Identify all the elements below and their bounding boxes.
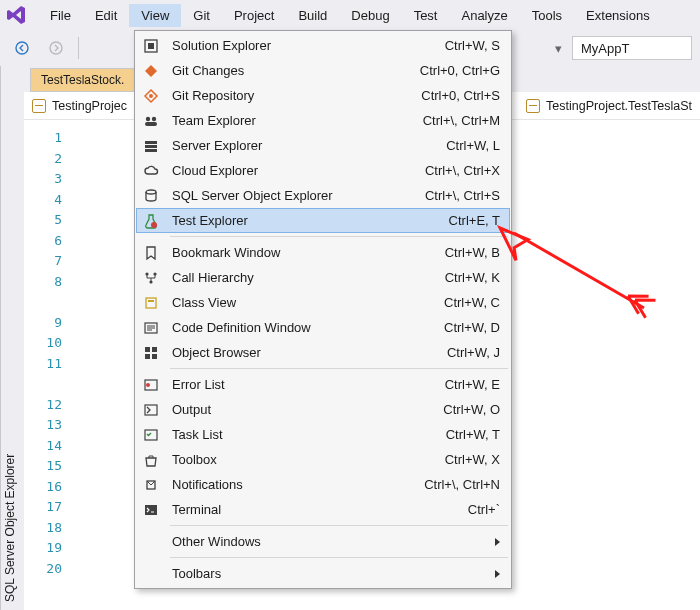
menu-item-label: Cloud Explorer xyxy=(172,163,425,178)
line-gutter: 1234567891011121314151617181920 xyxy=(24,120,72,610)
menu-item-server-explorer[interactable]: Server ExplorerCtrl+W, L xyxy=(136,133,510,158)
menu-item-solution-explorer[interactable]: Solution ExplorerCtrl+W, S xyxy=(136,33,510,58)
git-changes-icon xyxy=(140,62,162,80)
menu-item-test-explorer[interactable]: Test ExplorerCtrl+E, T xyxy=(136,208,510,233)
nav-fwd-button[interactable] xyxy=(42,34,70,62)
menubar: FileEditViewGitProjectBuildDebugTestAnal… xyxy=(0,0,700,30)
menu-item-other-windows[interactable]: Other Windows xyxy=(136,529,510,554)
menubar-item-project[interactable]: Project xyxy=(222,4,286,27)
menu-item-toolbox[interactable]: ToolboxCtrl+W, X xyxy=(136,447,510,472)
server-icon xyxy=(140,137,162,155)
dropdown-caret-icon[interactable]: ▾ xyxy=(555,41,562,56)
menubar-item-edit[interactable]: Edit xyxy=(83,4,129,27)
menu-item-git-changes[interactable]: Git ChangesCtrl+0, Ctrl+G xyxy=(136,58,510,83)
menu-item-shortcut: Ctrl+W, O xyxy=(443,402,500,417)
menubar-item-analyze[interactable]: Analyze xyxy=(449,4,519,27)
line-number: 8 xyxy=(24,272,62,293)
menubar-item-tools[interactable]: Tools xyxy=(520,4,574,27)
line-number: 17 xyxy=(24,497,62,518)
menu-item-output[interactable]: OutputCtrl+W, O xyxy=(136,397,510,422)
nav-scope-right[interactable]: TestingProject.TestTeslaSt xyxy=(526,99,692,113)
menu-item-terminal[interactable]: TerminalCtrl+` xyxy=(136,497,510,522)
menu-separator xyxy=(170,236,508,237)
menu-item-shortcut: Ctrl+0, Ctrl+G xyxy=(420,63,500,78)
nav-scope-left-label: TestingProjec xyxy=(52,99,127,113)
menu-item-label: Other Windows xyxy=(172,534,495,549)
menu-item-label: Team Explorer xyxy=(172,113,423,128)
menu-item-label: Solution Explorer xyxy=(172,38,445,53)
menu-item-label: Bookmark Window xyxy=(172,245,445,260)
line-number: 20 xyxy=(24,559,62,580)
output-icon xyxy=(140,401,162,419)
csharp-project-icon xyxy=(32,99,46,113)
svg-rect-16 xyxy=(146,298,156,308)
svg-rect-3 xyxy=(148,43,154,49)
cloud-icon xyxy=(140,162,162,180)
menubar-item-debug[interactable]: Debug xyxy=(339,4,401,27)
svg-rect-25 xyxy=(145,405,157,415)
menu-item-label: Test Explorer xyxy=(172,213,449,228)
svg-rect-20 xyxy=(152,347,157,352)
solution-icon xyxy=(140,37,162,55)
line-number: 3 xyxy=(24,169,62,190)
menu-item-notifications[interactable]: NotificationsCtrl+\, Ctrl+N xyxy=(136,472,510,497)
menu-item-shortcut: Ctrl+0, Ctrl+S xyxy=(421,88,500,103)
git-repo-icon xyxy=(140,87,162,105)
menubar-item-git[interactable]: Git xyxy=(181,4,222,27)
task-list-icon xyxy=(140,426,162,444)
line-number: 18 xyxy=(24,518,62,539)
line-number: 15 xyxy=(24,456,62,477)
svg-point-12 xyxy=(151,222,157,228)
nav-scope-left[interactable]: TestingProjec xyxy=(32,99,127,113)
menubar-item-test[interactable]: Test xyxy=(402,4,450,27)
line-number: 14 xyxy=(24,436,62,457)
svg-rect-28 xyxy=(145,505,157,515)
obj-browser-icon xyxy=(140,344,162,362)
menubar-item-view[interactable]: View xyxy=(129,4,181,27)
csharp-class-icon xyxy=(526,99,540,113)
svg-point-0 xyxy=(16,42,28,54)
menu-item-object-browser[interactable]: Object BrowserCtrl+W, J xyxy=(136,340,510,365)
menu-item-label: Error List xyxy=(172,377,445,392)
menu-item-error-list[interactable]: Error ListCtrl+W, E xyxy=(136,372,510,397)
svg-point-4 xyxy=(149,94,153,98)
menu-item-shortcut: Ctrl+W, L xyxy=(446,138,500,153)
file-tab[interactable]: TestTeslaStock. xyxy=(30,68,135,92)
menu-item-git-repository[interactable]: Git RepositoryCtrl+0, Ctrl+S xyxy=(136,83,510,108)
menu-item-shortcut: Ctrl+W, J xyxy=(447,345,500,360)
call-hier-icon xyxy=(140,269,162,287)
menu-item-class-view[interactable]: Class ViewCtrl+W, C xyxy=(136,290,510,315)
svg-point-24 xyxy=(146,383,150,387)
menu-item-code-definition-window[interactable]: Code Definition WindowCtrl+W, D xyxy=(136,315,510,340)
menu-item-shortcut: Ctrl+W, T xyxy=(446,427,500,442)
menu-item-cloud-explorer[interactable]: Cloud ExplorerCtrl+\, Ctrl+X xyxy=(136,158,510,183)
svg-point-1 xyxy=(50,42,62,54)
line-number: 10 xyxy=(24,333,62,354)
menubar-item-extensions[interactable]: Extensions xyxy=(574,4,662,27)
menubar-item-build[interactable]: Build xyxy=(286,4,339,27)
menu-item-shortcut: Ctrl+\, Ctrl+S xyxy=(425,188,500,203)
menubar-item-file[interactable]: File xyxy=(38,4,83,27)
project-selector[interactable]: MyAppT xyxy=(572,36,692,60)
nav-back-button[interactable] xyxy=(8,34,36,62)
line-number: 19 xyxy=(24,538,62,559)
team-icon xyxy=(140,112,162,130)
menu-item-task-list[interactable]: Task ListCtrl+W, T xyxy=(136,422,510,447)
menu-item-shortcut: Ctrl+W, X xyxy=(445,452,500,467)
menu-item-label: Task List xyxy=(172,427,446,442)
line-number: 1 xyxy=(24,128,62,149)
menu-item-shortcut: Ctrl+W, C xyxy=(444,295,500,310)
vs-logo-icon xyxy=(6,4,28,26)
menu-item-sql-server-object-explorer[interactable]: SQL Server Object ExplorerCtrl+\, Ctrl+S xyxy=(136,183,510,208)
menu-item-bookmark-window[interactable]: Bookmark WindowCtrl+W, B xyxy=(136,240,510,265)
menu-item-call-hierarchy[interactable]: Call HierarchyCtrl+W, K xyxy=(136,265,510,290)
menu-item-team-explorer[interactable]: Team ExplorerCtrl+\, Ctrl+M xyxy=(136,108,510,133)
menu-item-toolbars[interactable]: Toolbars xyxy=(136,561,510,586)
svg-rect-10 xyxy=(145,149,157,152)
line-number: 16 xyxy=(24,477,62,498)
menu-separator xyxy=(170,368,508,369)
side-tab-sql-explorer[interactable]: SQL Server Object Explorer xyxy=(0,66,24,610)
bookmark-icon xyxy=(140,244,162,262)
line-number: 2 xyxy=(24,149,62,170)
submenu-arrow-icon xyxy=(495,570,500,578)
